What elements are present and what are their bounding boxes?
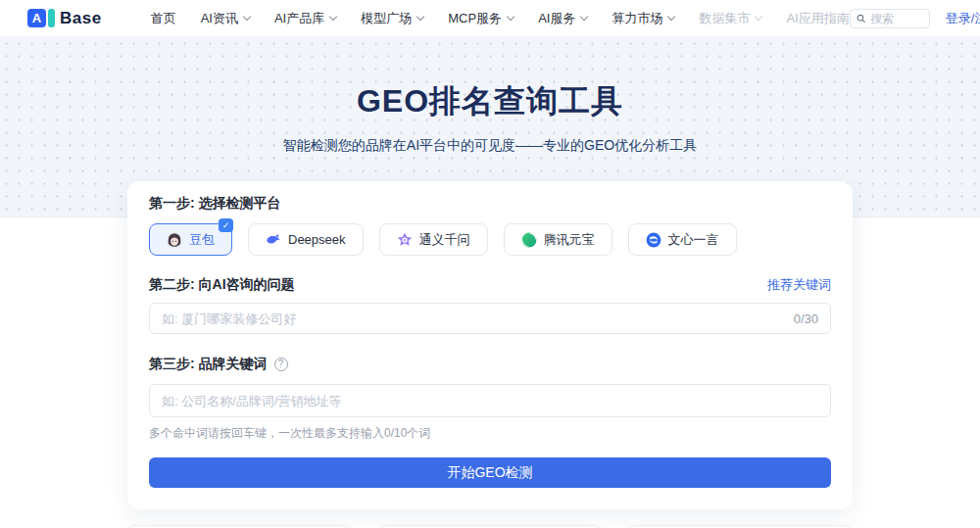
navbar-right: 登录/注册 [850,9,980,28]
doubao-avatar-icon [167,232,182,248]
nav-item-mcp-services[interactable]: MCP服务 [448,10,514,27]
nav-item-ai-app-guide[interactable]: AI应用指南 [786,10,849,27]
platform-wenxin-button[interactable]: 文心一言 [628,223,737,256]
search-input[interactable] [870,12,923,25]
chevron-down-icon [329,13,337,21]
chevron-down-icon [667,13,675,21]
nav-item-ai-products[interactable]: AI产品库 [274,10,336,27]
top-navbar: A Base 首页 AI资讯 AI产品库 模型广场 MCP服务 AI服务 算力市… [0,0,980,37]
wenxin-yiyan-icon [646,232,662,248]
page-subtitle: 智能检测您的品牌在AI平台中的可见度——专业的GEO优化分析工具 [0,137,980,155]
question-char-counter: 0/30 [794,312,818,326]
step3-header: 第三步: 品牌关键词 ? [149,356,831,373]
geo-tool-card: 第一步: 选择检测平台 豆包 ✓ Deepseek [127,181,853,509]
brand-keywords-hint: 多个命中词请按回车键，一次性最多支持输入0/10个词 [149,425,831,442]
question-input[interactable] [162,312,786,326]
search-box[interactable] [850,9,930,28]
step3-label: 第三步: 品牌关键词 [149,356,268,373]
nav-item-dataset-market[interactable]: 数据集市 [699,10,761,27]
logo-bar-icon [48,9,55,27]
login-register-link[interactable]: 登录/注册 [946,10,980,27]
selected-check-icon: ✓ [219,218,233,232]
chevron-down-icon [243,13,251,21]
platform-yuanbao-button[interactable]: 腾讯元宝 [504,223,612,256]
platform-deepseek-button[interactable]: Deepseek [248,223,364,256]
search-icon [857,13,865,24]
tongyi-qianwen-icon [397,232,413,248]
platform-label: 腾讯元宝 [544,231,595,249]
platform-tongyi-button[interactable]: 通义千问 [379,223,488,256]
aibase-logo[interactable]: A Base [27,9,102,28]
chevron-down-icon [416,13,424,21]
step2-header: 第二步: 向AI咨询的问题 推荐关键词 [149,276,831,294]
chevron-down-icon [755,13,762,21]
logo-text: Base [60,9,102,28]
platform-selector: 豆包 ✓ Deepseek 通义千问 [149,223,831,256]
question-input-wrap: 0/30 [149,303,831,334]
brand-keywords-input-wrap [149,384,831,417]
nav-item-ai-services[interactable]: AI服务 [538,10,587,27]
logo-a-icon: A [27,9,46,27]
recommend-keywords-link[interactable]: 推荐关键词 [767,276,831,294]
main-nav: 首页 AI资讯 AI产品库 模型广场 MCP服务 AI服务 算力市场 数据集市 … [151,10,850,27]
chevron-down-icon [507,13,514,21]
nav-item-ai-news[interactable]: AI资讯 [201,10,250,27]
help-icon[interactable]: ? [274,358,288,371]
nav-item-model-plaza[interactable]: 模型广场 [361,10,423,27]
page-title: GEO排名查询工具 [0,80,980,123]
step1-label: 第一步: 选择检测平台 [149,195,831,213]
tencent-yuanbao-icon [521,232,537,248]
chevron-down-icon [580,13,588,21]
nav-item-compute-market[interactable]: 算力市场 [612,10,674,27]
platform-label: 通义千问 [419,231,470,249]
brand-keywords-input[interactable] [162,394,818,408]
nav-item-home[interactable]: 首页 [151,10,176,27]
step2-label: 第二步: 向AI咨询的问题 [149,276,295,294]
platform-label: Deepseek [288,232,346,247]
platform-label: 豆包 [189,231,215,249]
platform-doubao-button[interactable]: 豆包 ✓ [149,223,232,256]
start-geo-check-button[interactable]: 开始GEO检测 [149,457,831,488]
platform-label: 文心一言 [668,231,719,249]
deepseek-whale-icon [266,232,281,248]
